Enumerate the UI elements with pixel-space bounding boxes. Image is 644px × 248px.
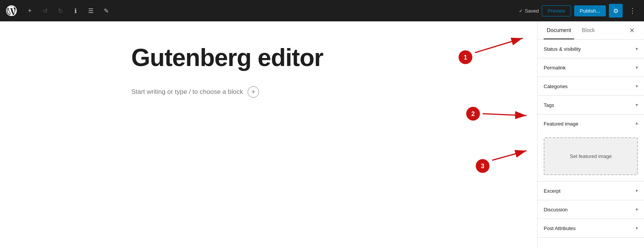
section-categories-title: Categories [544,84,568,89]
section-tags-title: Tags [544,102,554,108]
section-post-attributes-header[interactable]: Post Attributes ▾ [538,219,644,237]
set-featured-image-button[interactable]: Set featured image [544,137,638,175]
section-discussion-title: Discussion [544,207,568,213]
section-status-visibility-header[interactable]: Status & visibility ▾ [538,40,644,58]
saved-indicator: ✓ Saved [519,8,539,14]
placeholder-text: Start writing or type / to choose a bloc… [131,88,243,96]
section-categories: Categories ▾ [538,77,644,96]
chevron-down-icon: ▾ [636,46,638,52]
section-featured-image-title: Featured image [544,121,578,127]
section-permalink-title: Permalink [544,65,566,71]
section-discussion: Discussion ▾ [538,200,644,219]
section-status-visibility: Status & visibility ▾ [538,40,644,58]
section-tags: Tags ▾ [538,96,644,114]
section-status-visibility-title: Status & visibility [544,46,581,52]
post-title[interactable]: Gutenberg editor [131,44,406,71]
section-featured-image-header[interactable]: Featured image ▾ [538,114,644,133]
redo-button[interactable]: ↻ [53,4,67,18]
chevron-down-icon: ▾ [636,188,638,193]
chevron-down-icon: ▾ [636,102,638,108]
section-categories-header[interactable]: Categories ▾ [538,77,644,95]
tab-block[interactable]: Block [579,22,598,39]
toolbar: + ↺ ↻ ℹ ☰ ✎ ✓ Saved Preview Publish... ⚙… [0,0,644,21]
chevron-down-icon: ▾ [636,225,638,231]
edit-button[interactable]: ✎ [99,4,113,18]
sidebar-close-button[interactable]: ✕ [626,24,638,37]
sidebar-header: Document Block ✕ [538,21,644,40]
preview-button[interactable]: Preview [542,5,571,16]
inline-add-block-button[interactable]: + [248,86,259,98]
list-view-button[interactable]: ☰ [84,4,98,18]
chevron-down-icon: ▾ [636,65,638,70]
info-button[interactable]: ℹ [69,4,82,18]
editor-content: Gutenberg editor Start writing or type /… [131,44,406,225]
settings-button[interactable]: ⚙ [609,4,623,18]
section-discussion-header[interactable]: Discussion ▾ [538,200,644,219]
section-post-attributes: Post Attributes ▾ [538,219,644,238]
section-permalink-header[interactable]: Permalink ▾ [538,58,644,77]
undo-button[interactable]: ↺ [38,4,52,18]
wordpress-logo[interactable] [5,4,18,18]
section-featured-image: Featured image ▾ Set featured image [538,114,644,182]
main-layout: Gutenberg editor Start writing or type /… [0,21,644,248]
featured-image-body: Set featured image [538,133,644,181]
block-placeholder: Start writing or type / to choose a bloc… [131,86,406,98]
tab-document[interactable]: Document [544,22,574,39]
more-options-button[interactable]: ⋮ [626,4,639,18]
publish-button[interactable]: Publish... [574,5,606,16]
chevron-down-icon: ▾ [636,207,638,212]
section-permalink: Permalink ▾ [538,58,644,77]
section-excerpt-title: Excerpt [544,188,560,194]
section-excerpt-header[interactable]: Excerpt ▾ [538,182,644,200]
add-block-button[interactable]: + [23,4,37,18]
toolbar-right: ✓ Saved Preview Publish... ⚙ ⋮ [519,4,639,18]
sidebar: Document Block ✕ Status & visibility ▾ P… [537,21,644,248]
section-tags-header[interactable]: Tags ▾ [538,96,644,114]
section-post-attributes-title: Post Attributes [544,225,576,231]
chevron-down-icon: ▾ [636,84,638,89]
chevron-up-icon: ▾ [636,121,638,126]
section-excerpt: Excerpt ▾ [538,182,644,200]
editor-area: Gutenberg editor Start writing or type /… [0,21,537,248]
